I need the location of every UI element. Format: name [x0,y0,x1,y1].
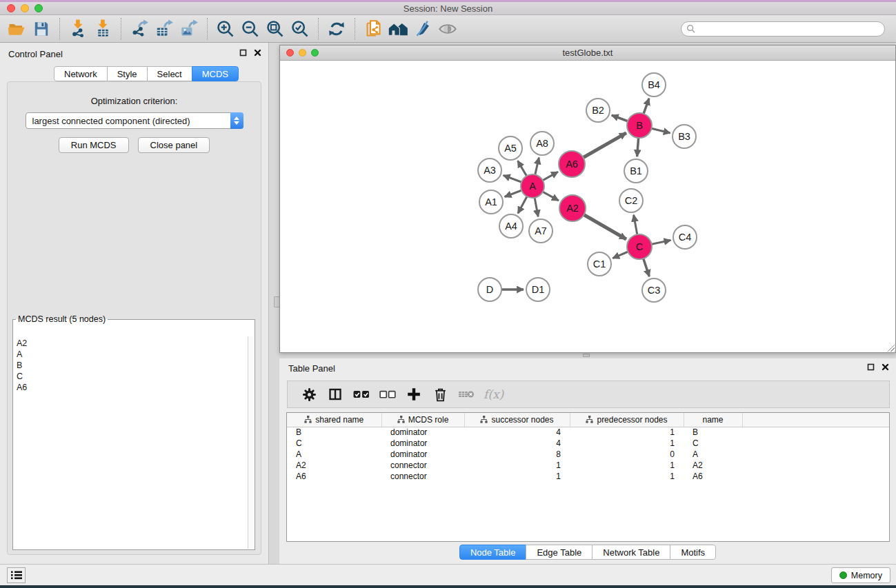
float-panel-icon[interactable] [239,49,247,57]
import-table-button[interactable] [90,17,115,41]
tab-node-table[interactable]: Node Table [459,545,527,560]
graph-node-C2[interactable]: C2 [619,189,643,212]
table-cell[interactable]: A6 [287,471,381,482]
table-cell[interactable]: A2 [684,460,742,471]
table-cell[interactable]: 1 [570,438,684,449]
table-cell[interactable]: dominator [381,449,464,460]
delete-table-button[interactable] [453,383,479,405]
close-panel-button[interactable]: Close panel [138,137,210,153]
home-button[interactable] [386,17,410,41]
select-all-button[interactable] [348,383,375,405]
table-cell[interactable]: 4 [464,438,570,449]
mcds-result-list[interactable]: A2ABCA6 [14,336,248,549]
graph-node-C4[interactable]: C4 [673,225,697,249]
graph-node-B1[interactable]: B1 [624,159,648,183]
table-cell[interactable]: C [684,438,742,449]
table-row[interactable]: Adominator80A [287,449,889,460]
graph-node-A5[interactable]: A5 [499,136,522,160]
mcds-list-scrollbar[interactable] [248,336,254,549]
table-row[interactable]: Bdominator41B [287,427,889,438]
table-cell[interactable]: A6 [684,471,742,482]
table-cell[interactable]: 1 [570,471,684,482]
column-header-shared-name[interactable]: shared name [287,413,381,427]
table-cell[interactable]: A2 [287,460,381,471]
search-input[interactable] [698,24,884,34]
mcds-result-item[interactable]: C [17,371,248,382]
save-session-button[interactable] [29,17,54,41]
table-cell[interactable]: C [287,438,381,449]
show-columns-button[interactable] [322,383,348,405]
mcds-result-item[interactable]: A [17,349,248,360]
table-cell[interactable]: B [287,427,381,438]
graph-node-B[interactable]: B [627,113,652,138]
tab-motifs[interactable]: Motifs [670,545,716,560]
run-mcds-button[interactable]: Run MCDS [59,137,129,153]
panel-splitter-handle[interactable] [583,354,590,357]
memory-button[interactable]: Memory [831,567,890,583]
table-cell[interactable]: A [684,449,742,460]
table-row[interactable]: Cdominator41C [287,438,889,449]
export-table-button[interactable] [152,17,177,41]
tab-network[interactable]: Network [54,66,108,81]
graph-node-D[interactable]: D [478,278,501,301]
column-header-successor-nodes[interactable]: successor nodes [464,413,570,427]
graph-node-A[interactable]: A [521,174,544,198]
mcds-result-item[interactable]: A6 [17,382,248,393]
show-hide-button[interactable] [435,17,460,41]
criterion-dropdown[interactable]: largest connected component (directed) [26,112,243,129]
graph-node-C3[interactable]: C3 [642,278,666,302]
table-cell[interactable]: 4 [464,427,570,438]
mcds-result-item[interactable]: A2 [17,338,248,349]
refresh-button[interactable] [324,17,349,41]
table-cell[interactable]: connector [381,471,464,482]
graph-node-C[interactable]: C [627,234,652,259]
network-window-titlebar[interactable]: testGlobe.txt [280,45,895,61]
graph-node-A6[interactable]: A6 [559,151,585,177]
graph-node-A1[interactable]: A1 [479,190,503,214]
column-header-predecessor-nodes[interactable]: predecessor nodes [570,413,684,427]
close-panel-icon[interactable] [882,363,889,371]
close-panel-icon[interactable] [254,49,261,57]
graph-node-A3[interactable]: A3 [478,159,501,182]
column-header-name[interactable]: name [684,413,742,427]
graph-node-D1[interactable]: D1 [526,278,550,301]
graph-node-B2[interactable]: B2 [586,99,610,122]
table-settings-button[interactable] [296,383,322,405]
table-row[interactable]: A2connector11A2 [287,460,889,471]
search-box[interactable] [681,21,885,37]
column-header-mcds-role[interactable]: MCDS role [381,413,464,427]
graph-node-A4[interactable]: A4 [499,214,523,238]
tab-style[interactable]: Style [107,66,148,81]
table-cell[interactable]: 1 [570,427,684,438]
export-image-button[interactable] [177,17,201,41]
table-cell[interactable]: B [684,427,742,438]
mcds-result-item[interactable]: B [17,360,248,371]
table-cell[interactable]: 8 [464,449,570,460]
zoom-selected-button[interactable] [288,17,312,41]
float-panel-icon[interactable] [867,363,875,371]
table-cell[interactable]: connector [381,460,464,471]
table-cell[interactable]: 1 [464,460,570,471]
tab-edge-table[interactable]: Edge Table [526,545,593,560]
graph-node-A2[interactable]: A2 [559,195,586,221]
delete-row-button[interactable] [427,383,453,405]
table-row[interactable]: A6connector11A6 [287,471,889,482]
open-session-button[interactable] [4,17,29,41]
table-cell[interactable]: 1 [570,460,684,471]
deselect-all-button[interactable] [375,383,401,405]
graph-node-B3[interactable]: B3 [673,125,696,148]
network-graph[interactable]: AA1A2A3A4A5A6A7A8BB1B2B3B4CC1C2C3C4DD1 [280,61,895,352]
table-cell[interactable]: dominator [381,427,464,438]
tab-network-table[interactable]: Network Table [592,545,670,560]
zoom-fit-button[interactable] [263,17,288,41]
graph-node-C1[interactable]: C1 [588,252,611,276]
network-file-button[interactable] [361,17,386,41]
table-cell[interactable]: A [287,449,381,460]
network-canvas[interactable]: AA1A2A3A4A5A6A7A8BB1B2B3B4CC1C2C3C4DD1 [280,61,895,352]
task-history-button[interactable] [7,567,26,583]
zoom-out-button[interactable] [238,17,263,41]
tab-mcds[interactable]: MCDS [192,66,239,81]
function-builder-button[interactable]: f(x) [484,387,504,401]
table-cell[interactable]: dominator [381,438,464,449]
export-network-button[interactable] [127,17,152,41]
